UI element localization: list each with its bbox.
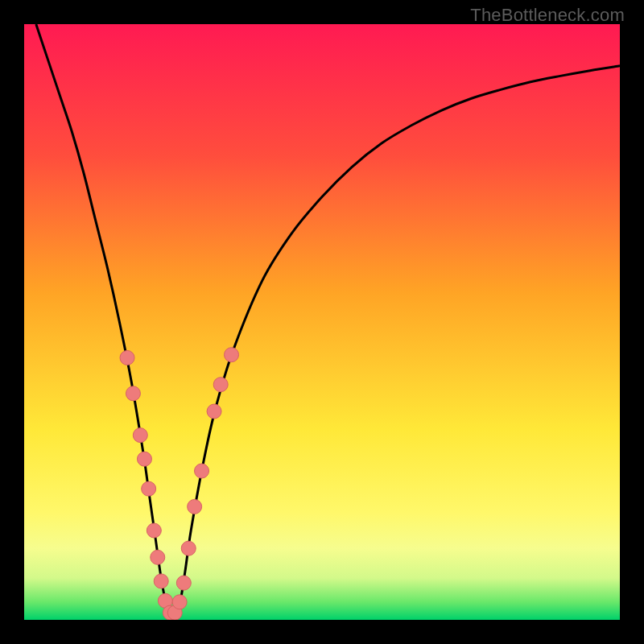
marker-dot	[225, 348, 239, 362]
marker-dot	[120, 350, 134, 365]
bottleneck-curve	[36, 24, 620, 620]
marker-dot	[172, 595, 187, 609]
marker-dot	[126, 386, 140, 401]
marker-dot	[188, 499, 202, 514]
curve-layer	[24, 24, 620, 620]
marker-dot	[154, 574, 168, 588]
marker-group	[120, 348, 238, 620]
marker-dot	[151, 550, 165, 564]
watermark-label: TheBottleneck.com	[470, 5, 625, 26]
marker-dot	[142, 481, 156, 496]
marker-dot	[195, 464, 209, 478]
marker-dot	[207, 404, 221, 419]
marker-dot	[133, 428, 147, 443]
marker-dot	[181, 541, 196, 555]
plot-area	[24, 24, 620, 620]
marker-dot	[147, 523, 161, 538]
chart-frame: TheBottleneck.com	[0, 0, 644, 644]
marker-dot	[213, 378, 228, 392]
marker-dot	[137, 452, 151, 466]
marker-dot	[176, 576, 191, 590]
